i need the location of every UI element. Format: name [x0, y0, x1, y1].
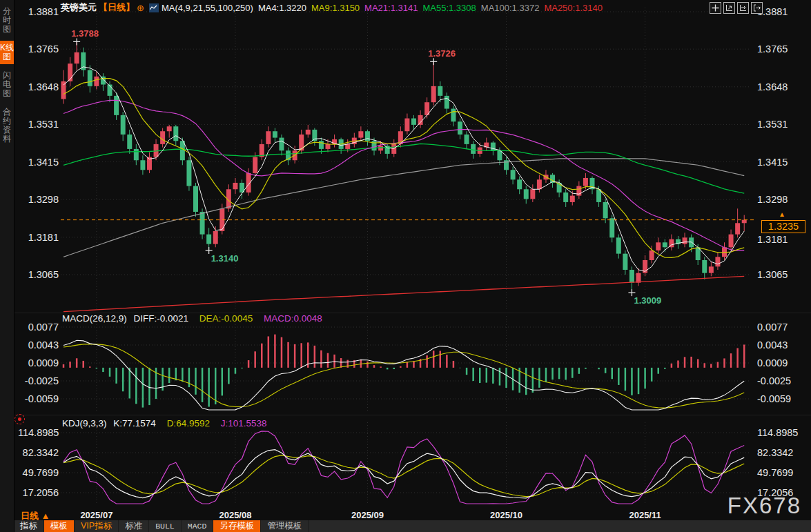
candle: [279, 138, 284, 151]
tab-bull[interactable]: BULL: [149, 520, 182, 532]
chart-header: 英镑美元 【日线】 ⊕ MA(4,9,21,55,100,250) MA4:1.…: [61, 1, 603, 14]
tab-macd[interactable]: MACD: [182, 520, 214, 532]
candle: [623, 254, 627, 270]
candle: [735, 223, 740, 234]
candle: [193, 186, 198, 212]
candle: [345, 144, 350, 149]
candle: [636, 273, 641, 283]
main-axis-right-tick: 1.3181: [757, 234, 808, 245]
price-annotation: 1.3009: [634, 295, 661, 306]
candle: [200, 212, 205, 235]
move-icon[interactable]: [710, 2, 721, 14]
month-tick-label: 2025/11: [626, 510, 665, 520]
candle: [253, 157, 257, 173]
period-tag: 【日线】: [99, 1, 135, 14]
candle: [233, 183, 237, 189]
sidebar-item-time-chart[interactable]: 分时图: [0, 4, 14, 37]
month-tick-label: 2025/10: [487, 510, 526, 520]
time-axis: 日线 ▲ 2025/07 2025/08 2025/09 2025/10 202…: [0, 509, 811, 520]
main-axis-left-tick: 1.3298: [18, 194, 59, 205]
main-axis-left-tick: 1.3648: [18, 81, 59, 92]
candle: [570, 196, 575, 202]
main-axis-left-tick: 1.3881: [18, 6, 59, 17]
current-price-badge: 1.3235: [761, 220, 805, 233]
candle: [683, 237, 687, 244]
candle: [167, 126, 172, 131]
chart-toolbar: [710, 2, 763, 14]
ma21-value: MA21:1.3141: [364, 3, 418, 13]
kdj-title: KDJ(9,3,3): [62, 418, 107, 428]
candle: [186, 160, 191, 186]
main-axis-left-tick: 1.3765: [18, 43, 59, 55]
month-tick-label: 2025/08: [216, 510, 255, 520]
candle: [465, 135, 469, 144]
kdj-axis-left-tick: 114.8985: [18, 427, 59, 438]
tab-standard[interactable]: 标准: [119, 520, 149, 532]
candle: [563, 193, 568, 202]
candle: [418, 115, 423, 125]
candle: [616, 237, 621, 253]
trading-terminal: 1.37881.37261.31401.3009 分时图 K线图 闪电图 合约资…: [0, 0, 811, 532]
main-axis-left-tick: 1.3415: [18, 157, 59, 168]
main-axis-left-tick: 1.3065: [18, 269, 59, 280]
kdj-axis-right-tick: 82.3342: [757, 447, 808, 458]
macd-axis-left-tick: -0.0025: [18, 375, 59, 386]
fx678-watermark: FX678: [727, 493, 801, 519]
candle: [530, 189, 535, 199]
candle: [61, 81, 66, 99]
candle: [649, 250, 654, 260]
macd-axis-right-tick: 0.0043: [757, 339, 808, 351]
candle: [471, 144, 476, 154]
candle: [266, 131, 271, 144]
candle: [121, 115, 126, 135]
candle: [517, 179, 522, 189]
axis-zoom-icon[interactable]: [723, 2, 735, 14]
macd-axis-left-tick: 0.0043: [18, 339, 59, 351]
indicator-alert-icon[interactable]: [14, 414, 25, 424]
chart-type-sidebar: 分时图 K线图 闪电图 合约资料: [0, 0, 14, 532]
macd-axis-right-tick: 0.0077: [757, 322, 808, 333]
macd-hist-value: MACD:0.0048: [264, 313, 322, 324]
kdj-axis-left-tick: 17.2056: [18, 487, 59, 498]
exit-chart-icon[interactable]: [751, 2, 763, 14]
candle: [319, 141, 324, 149]
tab-save-template[interactable]: 另存模板: [213, 520, 261, 532]
candle: [299, 135, 304, 150]
chart-canvas[interactable]: 1.37881.37261.31401.3009: [0, 0, 811, 532]
candle: [134, 149, 139, 160]
candle: [173, 126, 178, 141]
kdj-d-value: D:64.9592: [167, 418, 210, 428]
macd-diff-value: DIFF:-0.0021: [134, 313, 189, 324]
candle: [609, 218, 614, 237]
main-axis-right-tick: 1.3765: [757, 43, 808, 55]
candle: [458, 121, 462, 135]
add-indicator-icon[interactable]: ⊕: [137, 3, 144, 13]
sidebar-item-candle-chart[interactable]: K线图: [0, 41, 14, 64]
candle: [524, 189, 529, 199]
tab-manage-templates[interactable]: 管理模板: [261, 520, 309, 532]
ma250-value: MA250:1.3140: [544, 3, 603, 13]
kdj-panel-header: KDJ(9,3,3) K:77.1574 D:64.9592 J:101.553…: [62, 418, 267, 428]
price-annotation: 1.3726: [428, 48, 456, 59]
sidebar-item-flash-chart[interactable]: 闪电图: [0, 68, 14, 101]
axis-pan-icon[interactable]: [737, 2, 749, 14]
macd-axis-right-tick: 0.0009: [757, 357, 808, 368]
candle: [411, 119, 416, 125]
tab-vip-indicators[interactable]: VIP指标: [75, 520, 119, 532]
kdj-axis-left-tick: 49.7699: [18, 467, 59, 478]
candle: [511, 170, 516, 179]
main-axis-right-tick: 1.3881: [757, 6, 808, 17]
candle: [431, 86, 436, 102]
candle: [629, 270, 634, 283]
sidebar-item-contract-info[interactable]: 合约资料: [0, 105, 14, 146]
candle: [715, 257, 720, 266]
candle-style-icon[interactable]: [149, 3, 159, 12]
price-annotation: 1.3788: [71, 28, 99, 39]
main-axis-right-tick: 1.3531: [757, 119, 808, 130]
ma4-value: MA4:1.3220: [258, 3, 306, 13]
main-axis-right-tick: 1.3298: [757, 194, 808, 205]
main-axis-right-tick: 1.3648: [757, 81, 808, 92]
price-marker-arrow-icon: ▲: [779, 210, 785, 218]
tab-indicators[interactable]: 指标: [14, 520, 44, 532]
tab-templates[interactable]: 模板: [44, 520, 75, 532]
